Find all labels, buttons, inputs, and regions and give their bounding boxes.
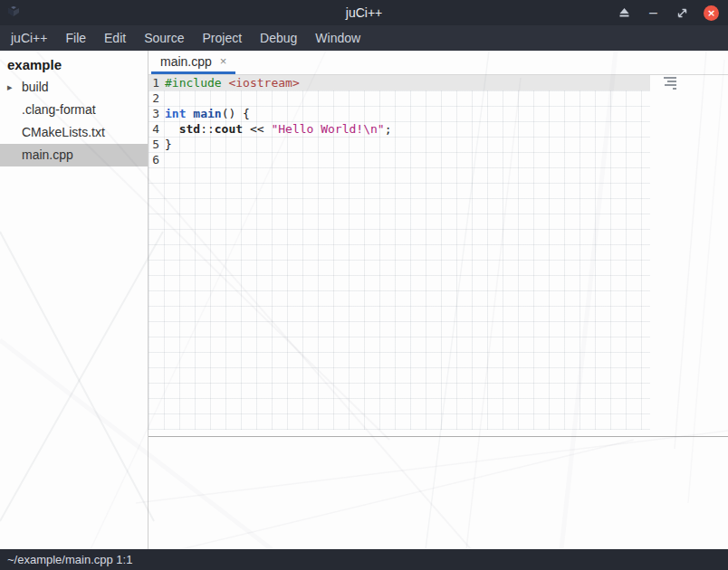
menu-file[interactable]: File <box>56 25 95 51</box>
code-line-4[interactable]: 4 std::cout << "Hello World!\n"; <box>148 121 650 137</box>
menu-edit[interactable]: Edit <box>95 25 135 51</box>
tree-item-build[interactable]: ▸build <box>0 76 148 99</box>
line-number: 5 <box>148 137 159 152</box>
statusbar: ~/example/main.cpp 1:1 <box>0 549 728 570</box>
line-number: 4 <box>148 121 159 137</box>
minimap[interactable] <box>655 77 676 91</box>
maximize-button[interactable] <box>675 5 690 21</box>
menu-debug[interactable]: Debug <box>251 25 306 51</box>
menu-juci[interactable]: juCi++ <box>2 25 56 51</box>
tab-main-cpp[interactable]: main.cpp × <box>151 51 235 74</box>
menu-project[interactable]: Project <box>194 25 252 51</box>
code-line-2[interactable]: 2 <box>148 90 650 106</box>
tree-item-main-cpp[interactable]: main.cpp <box>0 144 148 166</box>
window-controls: − × <box>617 5 728 21</box>
tab-label: main.cpp <box>160 54 212 69</box>
code-text <box>159 152 165 167</box>
keep-above-button[interactable] <box>617 5 632 21</box>
tree-item-label: CMakeLists.txt <box>22 125 105 139</box>
code-area[interactable]: 1#include <iostream>23int main() {4 std:… <box>148 75 728 167</box>
main-pane: main.cpp × 1#include <iostream>23int mai… <box>148 51 728 549</box>
code-text: std::cout << "Hello World!\n"; <box>159 121 391 137</box>
code-text: int main() { <box>159 106 250 121</box>
project-root-label[interactable]: example <box>0 51 148 76</box>
tree-item--clang-format[interactable]: .clang-format <box>0 99 148 121</box>
tree-item-cmakelists-txt[interactable]: CMakeLists.txt <box>0 121 148 144</box>
output-panel[interactable] <box>148 437 728 549</box>
app-window: juCi++ − × juCi++FileEditSourceProjectDe… <box>0 0 728 570</box>
app-icon <box>6 5 21 20</box>
code-line-5[interactable]: 5} <box>148 137 650 152</box>
tree-item-label: build <box>22 80 49 94</box>
code-line-3[interactable]: 3int main() { <box>148 106 650 121</box>
tab-close-icon[interactable]: × <box>220 54 227 68</box>
menu-source[interactable]: Source <box>135 25 193 51</box>
titlebar: juCi++ − × <box>0 0 728 25</box>
code-line-1[interactable]: 1#include <iostream> <box>148 75 650 90</box>
menu-window[interactable]: Window <box>306 25 369 51</box>
menubar: juCi++FileEditSourceProjectDebugWindow <box>0 25 728 51</box>
file-tree: ▸build.clang-formatCMakeLists.txtmain.cp… <box>0 76 148 166</box>
code-line-6[interactable]: 6 <box>148 152 650 167</box>
close-button[interactable]: × <box>704 5 719 21</box>
tabbar: main.cpp × <box>148 51 728 75</box>
status-path: ~/example/main.cpp 1:1 <box>7 553 132 566</box>
code-text: } <box>159 137 172 152</box>
tree-item-label: main.cpp <box>22 147 73 162</box>
code-text <box>159 90 165 106</box>
eject-icon <box>619 8 629 17</box>
line-number: 1 <box>148 75 159 90</box>
sidebar: example ▸build.clang-formatCMakeLists.tx… <box>0 51 148 549</box>
editor[interactable]: 1#include <iostream>23int main() {4 std:… <box>148 75 728 437</box>
line-number: 3 <box>148 106 159 121</box>
line-number: 2 <box>148 90 159 106</box>
line-number: 6 <box>148 152 159 167</box>
tree-item-label: .clang-format <box>22 102 96 117</box>
content-area: example ▸build.clang-formatCMakeLists.tx… <box>0 51 728 549</box>
minimize-button[interactable]: − <box>646 5 661 21</box>
expander-icon[interactable]: ▸ <box>7 76 13 99</box>
maximize-icon <box>677 8 687 18</box>
code-text: #include <iostream> <box>159 75 300 90</box>
